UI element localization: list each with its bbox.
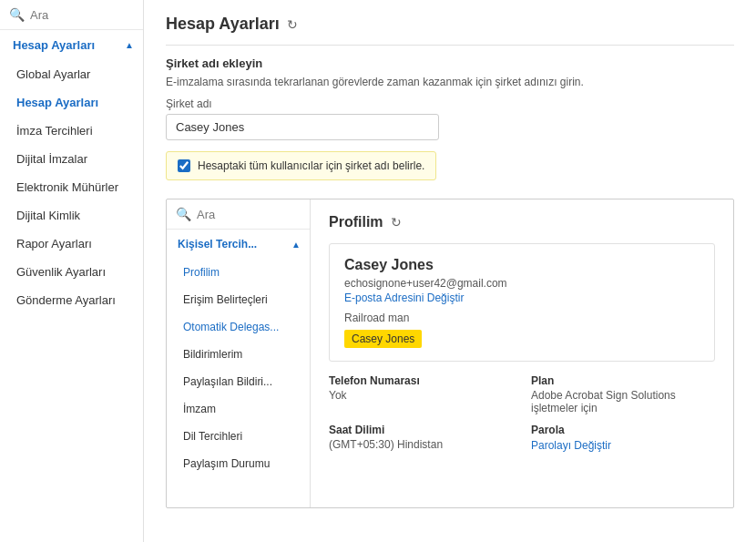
sidebar: 🔍 Hesap Ayarları ▲ Global Ayarlar Hesap … [0, 0, 144, 542]
sidebar-search-input[interactable] [30, 8, 134, 22]
password-label: Parola [531, 424, 715, 436]
checkbox-row: Hesaptaki tüm kullanıcılar için şirket a… [166, 151, 436, 180]
sidebar-item-imza-tercihleri[interactable]: İmza Tercihleri [0, 117, 143, 145]
sidebar-item-elektronik-muhurler[interactable]: Elektronik Mühürler [0, 173, 143, 201]
sidebar-item-dijital-imzalar[interactable]: Dijital İmzalar [0, 145, 143, 173]
timezone-field: Saat Dilimi (GMT+05:30) Hindistan [329, 424, 513, 452]
inner-group-kisisel-tercih[interactable]: Kişisel Tercih... ▲ [167, 230, 310, 259]
plan-field: Plan Adobe Acrobat Sign Solutions işletm… [531, 374, 715, 414]
sidebar-item-guvenlik-ayarlari[interactable]: Güvenlik Ayarları [0, 258, 143, 286]
inner-item-paylasim-durumu[interactable]: Paylaşım Durumu [167, 450, 310, 477]
inner-panel: 🔍 Kişisel Tercih... ▲ Profilim Erişim Be… [166, 199, 734, 508]
sidebar-search-bar[interactable]: 🔍 [0, 0, 143, 30]
field-label: Şirket adı [166, 97, 734, 110]
chevron-up-icon: ▲ [125, 40, 134, 50]
inner-item-erisim-belirtecleri[interactable]: Erişim Belirteçleri [167, 286, 310, 313]
sidebar-item-global-ayarlar[interactable]: Global Ayarlar [0, 60, 143, 88]
sidebar-group-hesap-ayarlari[interactable]: Hesap Ayarları ▲ [0, 30, 143, 60]
inner-item-dil-tercihleri[interactable]: Dil Tercihleri [167, 423, 310, 450]
timezone-label: Saat Dilimi [329, 424, 513, 436]
page-header: Hesap Ayarları ↻ [166, 15, 734, 46]
checkbox-label: Hesaptaki tüm kullanıcılar için şirket a… [198, 159, 424, 172]
profile-name: Casey Jones [344, 257, 700, 273]
inner-search-input[interactable] [197, 208, 301, 221]
profile-title: Profilim [329, 214, 383, 230]
profile-info-grid: Telefon Numarası Yok Plan Adobe Acrobat … [329, 374, 715, 452]
phone-label: Telefon Numarası [329, 374, 513, 387]
profile-badge: Casey Jones [344, 330, 422, 348]
inner-group-label: Kişisel Tercih... [178, 238, 257, 251]
profile-email: echosignone+user42@gmail.com [344, 277, 700, 290]
main-content: Hesap Ayarları ↻ Şirket adı ekleyin E-im… [144, 0, 756, 542]
sidebar-item-dijital-kimlik[interactable]: Dijital Kimlik [0, 201, 143, 230]
profile-header: Profilim ↻ [329, 214, 715, 230]
inner-sidebar: 🔍 Kişisel Tercih... ▲ Profilim Erişim Be… [167, 199, 311, 507]
profile-role: Railroad man [344, 312, 700, 324]
inner-item-otomatik-delegas[interactable]: Otomatik Delegas... [167, 313, 310, 341]
email-change-link[interactable]: E-posta Adresini Değiştir [344, 291, 700, 304]
sidebar-item-gonderme-ayarlari[interactable]: Gönderme Ayarları [0, 286, 143, 314]
company-name-input[interactable] [166, 114, 439, 140]
inner-sidebar-items: Kişisel Tercih... ▲ Profilim Erişim Beli… [167, 230, 310, 507]
profile-panel: Profilim ↻ Casey Jones echosignone+user4… [311, 199, 733, 507]
company-checkbox[interactable] [178, 159, 190, 172]
phone-field: Telefon Numarası Yok [329, 374, 513, 414]
sidebar-item-hesap-ayarlari[interactable]: Hesap Ayarları [0, 88, 143, 117]
phone-value: Yok [329, 389, 513, 402]
timezone-value: (GMT+05:30) Hindistan [329, 438, 513, 451]
inner-search-bar[interactable]: 🔍 [167, 199, 310, 230]
sidebar-item-rapor-ayarlari[interactable]: Rapor Ayarları [0, 230, 143, 258]
sidebar-scroll: Hesap Ayarları ▲ Global Ayarlar Hesap Ay… [0, 30, 143, 542]
inner-search-icon: 🔍 [176, 207, 191, 221]
page-title: Hesap Ayarları [166, 15, 280, 34]
profile-card: Casey Jones echosignone+user42@gmail.com… [329, 243, 715, 362]
section-desc: E-imzalama sırasında tekrarlanan görevle… [166, 76, 734, 88]
inner-item-imzam[interactable]: İmzam [167, 395, 310, 423]
search-icon: 🔍 [9, 7, 25, 22]
refresh-icon[interactable]: ↻ [287, 17, 298, 32]
plan-value: Adobe Acrobat Sign Solutions işletmeler … [531, 389, 715, 414]
password-field: Parola Parolayı Değiştir [531, 424, 715, 452]
plan-label: Plan [531, 374, 715, 387]
inner-item-bildirimlerim[interactable]: Bildirimlerim [167, 341, 310, 368]
inner-item-profilim[interactable]: Profilim [167, 259, 310, 286]
password-change-link[interactable]: Parolayı Değiştir [531, 439, 611, 452]
profile-refresh-icon[interactable]: ↻ [391, 215, 402, 230]
section-heading: Şirket adı ekleyin [166, 56, 734, 70]
sidebar-group-label: Hesap Ayarları [13, 38, 95, 52]
inner-chevron-up-icon: ▲ [291, 240, 301, 250]
inner-item-paylasilan-bildiri[interactable]: Paylaşılan Bildiri... [167, 368, 310, 395]
